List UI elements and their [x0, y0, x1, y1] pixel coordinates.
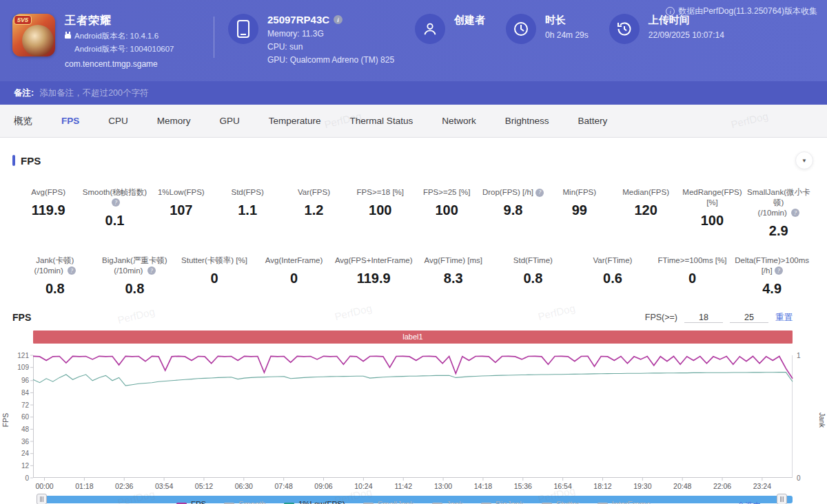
- duration-block: 时长 0h 24m 29s: [506, 14, 589, 44]
- legend-label: BigJank: [496, 500, 524, 504]
- help-icon[interactable]: ?: [535, 189, 544, 197]
- metric: 1%Low(FPS)107: [148, 187, 214, 239]
- legend-item-interframe[interactable]: InterFrame: [598, 500, 651, 504]
- metric-label: Std(FTime): [493, 255, 573, 266]
- header-divider: [214, 17, 214, 58]
- tab-network[interactable]: Network: [442, 116, 476, 126]
- tab-temperature[interactable]: Temperature: [269, 116, 321, 126]
- data-collect-note: i 数据由PerfDog(11.3.250764)版本收集: [666, 6, 817, 17]
- metric-value: 100: [679, 213, 745, 229]
- select-all-link[interactable]: 全选中: [737, 501, 762, 504]
- metric-value: 9.8: [480, 202, 546, 218]
- metric-value: 1.1: [214, 202, 280, 218]
- x-tick: 16:54: [554, 482, 572, 490]
- legend-item-smalljank[interactable]: SmallJank: [363, 500, 414, 504]
- metric-label: Stutter(卡顿率) [%]: [174, 255, 254, 266]
- x-tick: 00:00: [35, 482, 53, 490]
- metric-label: Median(FPS): [613, 187, 679, 198]
- metric-value: 107: [148, 202, 214, 218]
- reset-link[interactable]: 重置: [775, 312, 793, 324]
- help-icon[interactable]: ?: [112, 198, 120, 207]
- legend-label: Jank: [447, 500, 463, 504]
- x-tick: 23:24: [753, 482, 771, 490]
- metric: Smooth(稳帧指数)?0.1: [81, 187, 147, 239]
- x-tick: 03:54: [155, 482, 173, 490]
- x-tick: 18:12: [593, 482, 611, 490]
- legend-item-smooth[interactable]: Smooth: [224, 500, 266, 504]
- legend-label: InterFrame: [612, 500, 651, 504]
- metric-label: Avg(InterFrame): [254, 255, 334, 266]
- collect-note-text: 数据由PerfDog(11.3.250764)版本收集: [678, 6, 817, 17]
- x-tick: 07:48: [275, 482, 293, 490]
- legend-item-stutter[interactable]: Stutter: [542, 500, 580, 504]
- legend-label: SmallJank: [378, 500, 414, 504]
- metric: MedRange(FPS)[%]100: [679, 187, 745, 239]
- legend-item-jank[interactable]: Jank: [432, 500, 463, 504]
- help-icon[interactable]: ?: [775, 266, 783, 275]
- tab-cpu[interactable]: CPU: [108, 116, 128, 126]
- metric-value: 0.1: [81, 213, 147, 229]
- metric-value: 100: [414, 202, 480, 218]
- metric-label: Delta(FTime)>100ms [/h]?: [732, 255, 812, 276]
- device-info-icon[interactable]: i: [334, 15, 343, 24]
- metric-label: BigJank(严重卡顿)(/10min) ?: [95, 255, 175, 276]
- legend-item-1-low-fps-[interactable]: 1%Low(FPS): [284, 500, 345, 504]
- metric-value: 1.2: [280, 202, 347, 218]
- metric: Var(FTime)0.6: [573, 255, 653, 297]
- legend-label: Stutter: [556, 500, 580, 504]
- section-accent-bar: [12, 155, 15, 166]
- game-badge: 5V5: [14, 15, 32, 25]
- tab-gpu[interactable]: GPU: [220, 116, 240, 126]
- fps-threshold-input-2[interactable]: [730, 313, 768, 323]
- x-tick: 02:36: [115, 482, 133, 490]
- chart-title: FPS: [12, 312, 31, 323]
- chart-legend: FPSSmooth1%Low(FPS)SmallJankJankBigJankS…: [0, 500, 827, 504]
- section-title: FPS: [21, 155, 41, 167]
- tab-brightness[interactable]: Brightness: [505, 116, 549, 126]
- metric-label: Std(FPS): [214, 187, 280, 198]
- help-icon[interactable]: ?: [68, 266, 76, 275]
- metrics-row-2: Jank(卡顿)(/10min) ?0.8BigJank(严重卡顿)(/10mi…: [0, 255, 827, 297]
- remark-bar[interactable]: 备注: 添加备注，不超过200个字符: [0, 81, 827, 105]
- y-tick: 84: [6, 389, 29, 397]
- tab-fps[interactable]: FPS: [61, 116, 79, 126]
- tab-memory[interactable]: Memory: [157, 116, 191, 126]
- metric-value: 120: [613, 202, 679, 218]
- fps-chart: label1 FPS Jank IT 之家 www.ithome.com 012…: [0, 328, 827, 497]
- tab-thermal-status[interactable]: Thermal Status: [350, 116, 414, 126]
- metric-value: 0: [653, 271, 733, 286]
- metric: Avg(InterFrame)0: [254, 255, 334, 297]
- metric: Jank(卡顿)(/10min) ?0.8: [15, 255, 95, 297]
- android-version: Android版本名: 10.4.1.6: [74, 31, 159, 41]
- metric-value: 119.9: [15, 202, 81, 218]
- android-build: Android版本号: 1004010607: [74, 44, 174, 54]
- upload-time-value: 22/09/2025 10:07:14: [649, 30, 724, 40]
- history-icon: [609, 14, 640, 44]
- metric-label: Var(FTime): [573, 255, 653, 266]
- legend-item-bigjank[interactable]: BigJank: [481, 500, 524, 504]
- metric-label: MedRange(FPS)[%]: [679, 187, 745, 208]
- metric-label: Min(FPS): [547, 187, 613, 198]
- tab-battery[interactable]: Battery: [578, 116, 607, 126]
- x-tick: 01:18: [75, 482, 93, 490]
- metric: FPS>=18 [%]100: [347, 187, 414, 239]
- metric: BigJank(严重卡顿)(/10min) ?0.8: [95, 255, 175, 297]
- y-tick: 72: [6, 401, 29, 409]
- fps-threshold-input-1[interactable]: [684, 313, 723, 323]
- legend-item-fps[interactable]: FPS: [176, 500, 206, 504]
- help-icon[interactable]: ?: [147, 266, 156, 275]
- metric-label: FPS>=25 [%]: [414, 187, 480, 198]
- metric-label: Var(FPS): [280, 187, 347, 198]
- perfdog-watermark: PerfDog: [730, 110, 770, 131]
- help-icon[interactable]: ?: [791, 209, 799, 217]
- metric-value: 0: [174, 271, 254, 286]
- x-tick: 22:06: [713, 482, 731, 490]
- y-tick: 0: [6, 474, 29, 482]
- metric-value: 0: [254, 271, 334, 286]
- metric-label: Avg(FPS): [15, 187, 81, 198]
- metric-value: 4.9: [732, 281, 812, 297]
- x-tick: 13:00: [434, 482, 452, 490]
- user-icon: [415, 14, 445, 44]
- tab-概览[interactable]: 概览: [14, 115, 32, 127]
- collapse-section-button[interactable]: ▼: [795, 151, 813, 169]
